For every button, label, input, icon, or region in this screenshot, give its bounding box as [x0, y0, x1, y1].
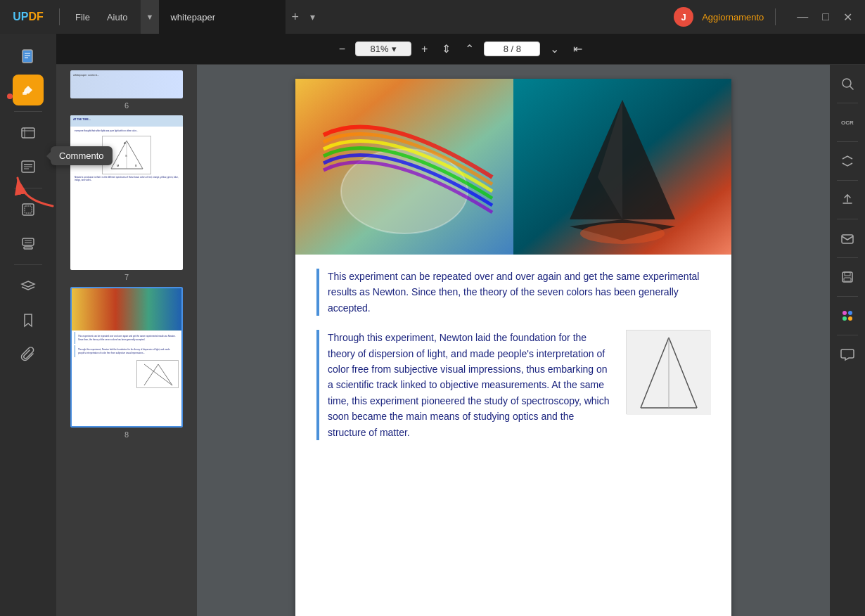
- pdf-page-8: This experiment can be repeated over and…: [295, 79, 731, 616]
- topbar: UPDF File Aiuto ▼ whitepaper + ▾ J Aggio…: [0, 0, 865, 34]
- svg-point-36: [580, 223, 665, 244]
- zoom-in-button[interactable]: +: [417, 40, 432, 58]
- zoom-display: 81% ▾: [355, 41, 411, 56]
- sidebar-item-edit[interactable]: [13, 117, 44, 148]
- svg-line-29: [158, 364, 172, 385]
- pdf-right-image: [626, 330, 710, 414]
- convert-icon[interactable]: [834, 148, 861, 174]
- zoom-level: 81%: [370, 44, 388, 54]
- tab-title: whitepaper: [170, 12, 215, 23]
- svg-rect-14: [23, 238, 34, 245]
- zoom-out-button[interactable]: −: [335, 40, 350, 58]
- svg-rect-5: [22, 128, 34, 138]
- user-avatar[interactable]: J: [674, 7, 693, 27]
- svg-rect-44: [842, 235, 853, 243]
- thumb-page-8-number: 8: [124, 430, 129, 439]
- sidebar-item-comment[interactable]: [13, 75, 44, 105]
- right-separator-4: [837, 219, 858, 219]
- svg-line-28: [144, 364, 158, 385]
- thumb8-image: [72, 288, 181, 331]
- svg-text:M: M: [117, 164, 119, 167]
- pdf-viewer[interactable]: This experiment can be repeated over and…: [197, 65, 830, 616]
- thumbnail-page-6[interactable]: whitepaper content... 6: [62, 70, 191, 110]
- scroll-mode-button[interactable]: ⇕: [437, 39, 455, 58]
- active-tab[interactable]: whitepaper: [159, 0, 286, 34]
- blue-bar-1: [316, 269, 319, 316]
- thumbnail-page-7[interactable]: AT THE TIME... everyone thought that whi…: [62, 115, 191, 281]
- tab-dropdown-left[interactable]: ▼: [141, 0, 160, 34]
- svg-point-48: [842, 311, 847, 315]
- blue-bar-2: [316, 330, 319, 440]
- right-separator-1: [837, 103, 858, 103]
- first-page-button[interactable]: ⇤: [569, 39, 587, 58]
- sidebar-separator-1: [14, 111, 42, 112]
- thumb-page-6-number: 6: [124, 101, 129, 110]
- pdf-text-area: This experiment can be repeated over and…: [295, 255, 731, 468]
- sidebar-item-attachment[interactable]: [13, 338, 44, 369]
- app-logo[interactable]: UPDF: [0, 0, 56, 34]
- ocr-icon[interactable]: OCR: [834, 109, 861, 136]
- sidebar-item-document[interactable]: [13, 41, 44, 72]
- close-button[interactable]: ✕: [839, 9, 857, 25]
- svg-text:B: B: [135, 164, 137, 167]
- svg-text:A: A: [124, 141, 126, 145]
- page-up-button[interactable]: ⌃: [461, 39, 478, 58]
- search-icon[interactable]: [834, 70, 861, 97]
- svg-rect-17: [24, 247, 32, 249]
- help-menu[interactable]: Aiuto: [100, 9, 135, 25]
- right-sidebar: OCR: [830, 65, 865, 616]
- export-icon[interactable]: [834, 186, 861, 213]
- thumb-page-7-number: 7: [124, 273, 129, 281]
- svg-point-50: [842, 316, 847, 321]
- sidebar-item-bookmark[interactable]: [13, 304, 44, 335]
- right-separator-6: [837, 296, 858, 297]
- pdf-paragraph-2-section: Through this experiment, Newton laid the…: [316, 330, 710, 440]
- svg-line-27: [144, 364, 172, 385]
- sidebar-item-stamp[interactable]: [13, 228, 44, 259]
- view-area: whitepaper content... 6 AT THE TIME... e…: [56, 65, 865, 616]
- svg-point-51: [848, 316, 852, 321]
- update-button[interactable]: Aggiornamento: [702, 12, 764, 23]
- svg-rect-4: [23, 92, 27, 95]
- sidebar-item-layers[interactable]: [13, 271, 44, 302]
- thumbnail-page-8[interactable]: This experiment can be repeated over and…: [62, 287, 191, 439]
- toolbar: − 81% ▾ + ⇕ ⌃ 8 / 8 ⌄ ⇤: [56, 34, 865, 65]
- topbar-divider-2: [775, 8, 776, 25]
- comment-tooltip: Commento: [51, 146, 113, 165]
- svg-text:S: S: [125, 154, 127, 158]
- mail-icon[interactable]: [834, 225, 861, 252]
- ai-icon[interactable]: [834, 302, 861, 329]
- svg-point-49: [848, 311, 852, 315]
- pdf-image-area: [295, 79, 731, 255]
- svg-rect-47: [844, 278, 851, 281]
- page-display: 8 / 8: [484, 41, 540, 56]
- topbar-menu: File Aiuto: [63, 9, 141, 25]
- main-layout: Commento − 81% ▾ + ⇕ ⌃ 8 / 8: [0, 34, 865, 616]
- thumb8-text-1: This experiment can be repeated over and…: [75, 332, 179, 344]
- maximize-button[interactable]: □: [818, 9, 833, 25]
- right-separator-3: [837, 180, 858, 181]
- right-separator-2: [837, 141, 858, 142]
- save-icon[interactable]: [834, 264, 861, 290]
- file-menu[interactable]: File: [68, 9, 97, 25]
- right-separator-5: [837, 257, 858, 258]
- left-sidebar: Commento: [0, 34, 56, 616]
- tab-chevron-down[interactable]: ▾: [305, 0, 321, 34]
- zoom-dropdown-icon[interactable]: ▾: [392, 44, 397, 54]
- pdf-paragraph-1-block: This experiment can be repeated over and…: [316, 269, 710, 316]
- window-controls: — □ ✕: [787, 9, 857, 25]
- notification-dot: [7, 94, 13, 99]
- minimize-button[interactable]: —: [793, 9, 812, 25]
- sidebar-separator-3: [14, 264, 42, 265]
- topbar-right: J Aggiornamento — □ ✕: [674, 7, 865, 27]
- content-area: − 81% ▾ + ⇕ ⌃ 8 / 8 ⌄ ⇤ whitepaper conte…: [56, 34, 865, 616]
- pdf-prism-image-right: [513, 79, 731, 255]
- add-tab-button[interactable]: +: [286, 0, 305, 34]
- topbar-divider-1: [59, 8, 60, 25]
- chat-icon[interactable]: [834, 341, 861, 368]
- svg-rect-0: [23, 50, 32, 63]
- page-down-button[interactable]: ⌄: [546, 39, 563, 58]
- svg-line-43: [850, 86, 854, 90]
- arrow-indicator: [14, 174, 56, 212]
- pdf-paragraph-1: This experiment can be repeated over and…: [328, 269, 710, 316]
